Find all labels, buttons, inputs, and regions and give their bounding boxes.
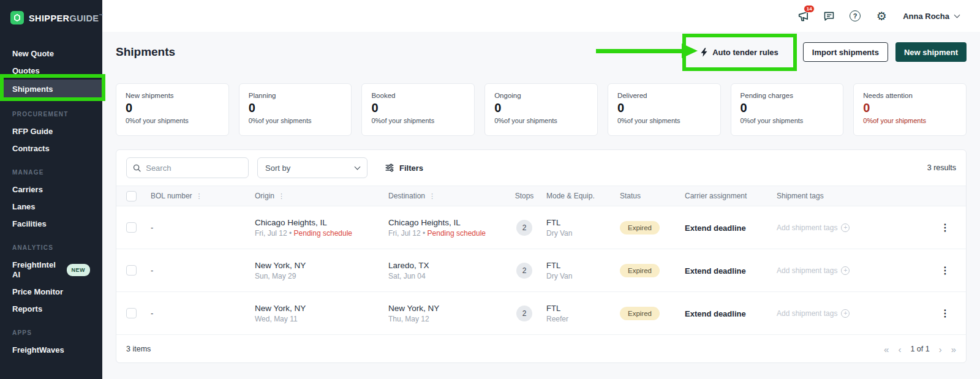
next-page-button[interactable]: › [939,345,942,354]
filters-button[interactable]: Filters [385,163,423,173]
stat-card-pending-charges[interactable]: Pending charges 0 0%of your shipments [731,83,844,136]
stat-title: Needs attention [863,92,957,99]
sidebar-section-apps: APPS [12,329,90,336]
shipments-panel: Sort by Filters 3 results BOL number [116,149,967,363]
equipment: Dry Van [546,272,620,280]
announcements-button[interactable]: 14 [795,9,810,23]
import-shipments-button[interactable]: Import shipments [803,42,888,62]
auto-tender-rules-button[interactable]: Auto tender rules [701,48,778,57]
row-menu-button[interactable]: ⋮ [925,265,966,276]
destination-cell: Laredo, TX Sat, Jun 04 [388,261,502,280]
annotation-box-auto-tender: Auto tender rules [682,34,797,71]
stops-badge: 2 [516,263,532,279]
search-input[interactable] [146,163,242,173]
first-page-button[interactable]: « [884,345,889,354]
select-all-checkbox[interactable] [126,191,137,201]
row-menu-button[interactable]: ⋮ [925,307,966,319]
column-label: Origin [255,192,274,200]
table-row[interactable]: - Chicago Heights, IL Fri, Jul 12 • Pend… [116,206,966,249]
row-menu-button[interactable]: ⋮ [925,222,966,233]
destination-date: Thu, May 12 [388,315,502,323]
column-destination[interactable]: Destination ⋮ [388,192,502,200]
sidebar-section-procurement: PROCUREMENT [12,111,90,118]
column-stops[interactable]: Stops [502,192,546,200]
pending-schedule-alert: Pending schedule [428,229,486,238]
mode-cell: FTL Reefer [546,304,620,323]
stat-card-new-shipments[interactable]: New shipments 0 0%of your shipments [116,83,229,136]
user-menu[interactable]: Anna Rocha [903,12,959,21]
chat-button[interactable] [821,9,836,23]
column-bol-number[interactable]: BOL number ⋮ [151,192,255,200]
sidebar-item-reports[interactable]: Reports [0,301,102,318]
sidebar-item-carriers[interactable]: Carriers [0,181,102,198]
help-button[interactable]: ? [848,9,862,23]
new-shipment-button[interactable]: New shipment [895,42,967,62]
mode: FTL [546,218,620,227]
stat-value: 0 [617,101,711,115]
extend-deadline-link[interactable]: Extend deadline [685,309,746,318]
sidebar-item-freightwaves[interactable]: FreightWaves [0,342,102,359]
sidebar-item-lanes[interactable]: Lanes [0,198,102,216]
table-row[interactable]: - New York, NY Wed, May 11 New York, NY … [116,292,966,335]
add-shipment-tags[interactable]: Add shipment tags + [777,223,925,232]
column-origin[interactable]: Origin ⋮ [255,192,388,200]
search-icon [133,163,141,173]
sidebar-item-quotes[interactable]: Quotes [0,62,102,80]
stat-caption: 0%of your shipments [371,117,465,124]
sidebar-item-price-monitor[interactable]: Price Monitor [0,283,102,301]
column-label: BOL number [151,192,192,200]
stat-value: 0 [863,101,957,115]
sidebar-item-shipments[interactable]: Shipments [0,80,102,99]
sidebar-section-analytics: ANALYTICS [12,244,90,251]
chevron-down-icon [355,164,361,170]
sort-by-select[interactable]: Sort by [257,157,368,178]
origin-city: New York, NY [255,261,388,270]
mode: FTL [546,261,620,270]
stat-value: 0 [249,101,342,115]
column-carrier-assignment[interactable]: Carrier assignment [685,192,777,200]
stat-value: 0 [371,101,465,115]
extend-deadline-link[interactable]: Extend deadline [685,266,746,276]
previous-page-button[interactable]: ‹ [898,345,901,354]
origin-cell: New York, NY Sun, May 29 [255,261,388,280]
column-menu-icon[interactable]: ⋮ [278,192,285,200]
row-checkbox[interactable] [126,222,137,233]
last-page-button[interactable]: » [951,345,956,354]
add-shipment-tags[interactable]: Add shipment tags + [777,266,925,275]
origin-cell: Chicago Heights, IL Fri, Jul 12 • Pendin… [255,218,388,238]
stat-title: Booked [371,92,465,99]
stat-card-delivered[interactable]: Delivered 0 0%of your shipments [608,83,721,136]
column-menu-icon[interactable]: ⋮ [429,192,435,200]
gear-icon: ⚙ [876,10,887,22]
sidebar-item-rfp-guide[interactable]: RFP Guide [0,123,102,140]
destination-city: Laredo, TX [388,261,502,270]
stat-title: Ongoing [494,92,588,99]
bol-number: - [151,266,255,275]
column-status[interactable]: Status [620,192,685,200]
settings-button[interactable]: ⚙ [874,9,889,23]
column-mode-equip[interactable]: Mode & Equip. [546,192,620,200]
sidebar-nav: New Quote Quotes Shipments PROCUREMENT R… [0,45,102,359]
extend-deadline-link[interactable]: Extend deadline [685,223,746,233]
row-checkbox[interactable] [126,265,137,276]
stat-caption: 0%of your shipments [741,117,834,124]
add-tags-label: Add shipment tags [777,309,837,318]
sidebar-item-contracts[interactable]: Contracts [0,140,102,157]
table-row[interactable]: - New York, NY Sun, May 29 Laredo, TX Sa… [116,249,966,292]
sidebar-item-facilities[interactable]: Facilities [0,216,102,233]
add-shipment-tags[interactable]: Add shipment tags + [777,309,925,318]
mode-cell: FTL Dry Van [546,218,620,238]
stat-card-needs-attention[interactable]: Needs attention 0 0%of your shipments [853,83,967,136]
sidebar-item-new-quote[interactable]: New Quote [0,45,102,62]
stat-card-booked[interactable]: Booked 0 0%of your shipments [361,83,475,136]
shipperguide-logo: SHIPPERGUIDE™ [0,0,102,25]
stat-title: Pending charges [741,92,834,99]
stat-title: New shipments [126,92,219,99]
sidebar-item-freightintel-ai[interactable]: FreightIntel AI NEW [0,257,102,283]
filters-icon [385,163,394,173]
stat-card-planning[interactable]: Planning 0 0%of your shipments [239,83,352,136]
stat-card-ongoing[interactable]: Ongoing 0 0%of your shipments [484,83,598,136]
column-menu-icon[interactable]: ⋮ [196,192,203,200]
column-shipment-tags[interactable]: Shipment tags [777,192,925,200]
row-checkbox[interactable] [126,308,137,318]
